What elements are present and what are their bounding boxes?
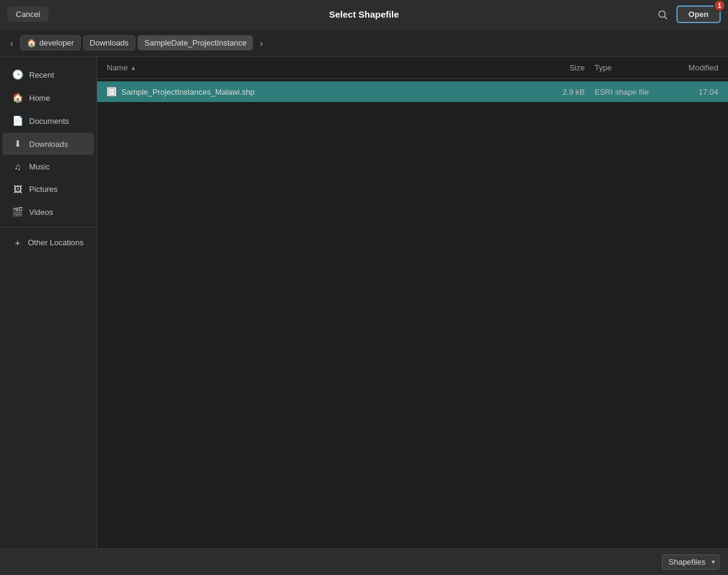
filter-select-wrapper: Shapefiles All Files: [662, 554, 720, 570]
videos-icon: 🎬: [12, 206, 23, 217]
column-size-label: Size: [570, 63, 585, 72]
column-name-label: Name: [107, 63, 128, 72]
footer: Shapefiles All Files: [0, 548, 728, 575]
sidebar-item-music-label: Music: [29, 162, 50, 171]
sidebar-divider: [0, 227, 96, 228]
pictures-icon: 🖼: [12, 184, 23, 194]
breadcrumb-downloads-label: Downloads: [90, 38, 129, 47]
svg-point-0: [659, 11, 666, 18]
back-button[interactable]: ‹: [6, 36, 18, 50]
header-right-controls: Open 1: [653, 5, 721, 24]
home-icon: 🏠: [12, 92, 23, 103]
file-list: Sample_ProjectInstances_Malawi.shp 2.9 k…: [97, 79, 728, 548]
file-list-header: Name ▲ Size Type Modified: [97, 57, 728, 79]
breadcrumb-developer[interactable]: 🏠 developer: [20, 35, 81, 50]
other-locations-label: Other Locations: [28, 238, 84, 247]
sidebar-item-music[interactable]: ♫ Music: [2, 156, 94, 177]
search-button[interactable]: [653, 5, 672, 24]
breadcrumb-sampledate[interactable]: SampleDate_ProjectInstance: [138, 35, 253, 50]
sidebar-item-documents-label: Documents: [29, 117, 69, 126]
column-size[interactable]: Size: [536, 63, 585, 72]
sidebar-item-recent[interactable]: 🕒 Recent: [2, 64, 94, 86]
column-type[interactable]: Type: [585, 63, 658, 72]
search-icon: [657, 9, 668, 20]
sidebar-item-videos-label: Videos: [29, 208, 53, 217]
breadcrumb-developer-label: developer: [39, 38, 74, 47]
file-type: ESRI shape file: [585, 87, 658, 97]
documents-icon: 📄: [12, 115, 23, 126]
filter-select[interactable]: Shapefiles All Files: [662, 554, 720, 570]
badge: 1: [713, 0, 726, 12]
breadcrumb-sampledate-label: SampleDate_ProjectInstance: [144, 38, 246, 47]
file-name: Sample_ProjectInstances_Malawi.shp: [121, 87, 255, 97]
downloads-icon: ⬇: [12, 138, 23, 149]
sidebar: 🕒 Recent 🏠 Home 📄 Documents ⬇ Downloads …: [0, 57, 97, 548]
file-size: 2.9 kB: [536, 87, 585, 97]
clock-icon: 🕒: [12, 69, 23, 80]
file-name-cell: Sample_ProjectInstances_Malawi.shp: [107, 87, 536, 97]
sidebar-item-pictures-label: Pictures: [29, 185, 58, 194]
forward-button[interactable]: ›: [255, 36, 267, 50]
breadcrumb-bar: ‹ 🏠 developer Downloads SampleDate_Proje…: [0, 29, 728, 57]
sidebar-item-documents[interactable]: 📄 Documents: [2, 110, 94, 132]
column-type-label: Type: [595, 63, 612, 72]
sidebar-item-other-locations[interactable]: + Other Locations: [2, 232, 94, 253]
file-icon: [107, 87, 116, 97]
sidebar-item-home-label: Home: [29, 94, 50, 103]
plus-icon: +: [12, 237, 23, 248]
sidebar-item-recent-label: Recent: [29, 70, 54, 80]
file-area: Name ▲ Size Type Modified: [97, 57, 728, 548]
sidebar-item-downloads-label: Downloads: [29, 140, 68, 149]
sidebar-item-downloads[interactable]: ⬇ Downloads: [2, 133, 94, 155]
dialog-header: Cancel Select Shapefile Open 1: [0, 0, 728, 29]
breadcrumb-downloads[interactable]: Downloads: [83, 35, 135, 50]
column-modified-label: Modified: [689, 63, 718, 72]
column-modified[interactable]: Modified: [658, 63, 718, 72]
sidebar-item-home[interactable]: 🏠 Home: [2, 87, 94, 109]
dialog-title: Select Shapefile: [329, 9, 399, 19]
open-button-wrapper: Open 1: [676, 5, 721, 23]
sort-arrow-icon: ▲: [130, 64, 136, 71]
table-row[interactable]: Sample_ProjectInstances_Malawi.shp 2.9 k…: [97, 81, 728, 102]
cancel-button[interactable]: Cancel: [7, 7, 49, 22]
music-icon: ♫: [12, 162, 23, 172]
home-icon: 🏠: [27, 38, 36, 47]
sidebar-item-videos[interactable]: 🎬 Videos: [2, 201, 94, 223]
sidebar-item-pictures[interactable]: 🖼 Pictures: [2, 179, 94, 200]
main-layout: 🕒 Recent 🏠 Home 📄 Documents ⬇ Downloads …: [0, 57, 728, 548]
file-modified: 17:04: [658, 87, 718, 97]
svg-line-1: [664, 16, 667, 19]
column-name[interactable]: Name ▲: [107, 63, 536, 72]
